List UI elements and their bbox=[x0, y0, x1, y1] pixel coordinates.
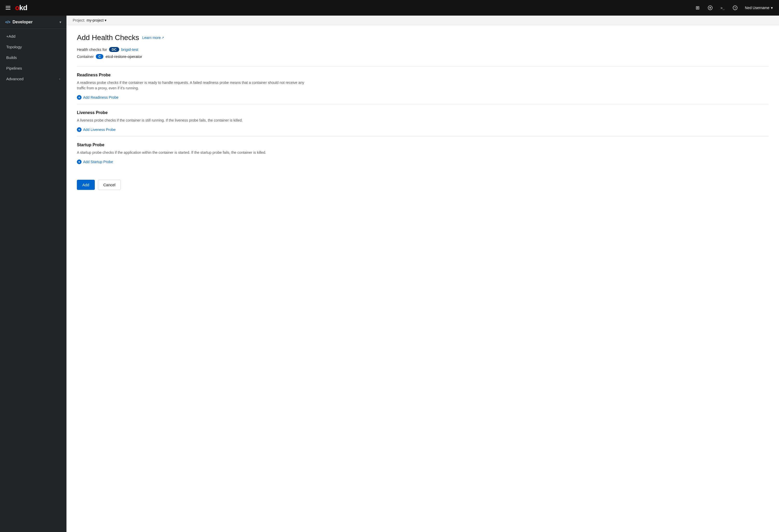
sidebar-item-pipelines[interactable]: Pipelines bbox=[0, 63, 66, 73]
add-startup-probe-link[interactable]: + Add Startup Probe bbox=[77, 160, 113, 164]
project-label: Project: bbox=[73, 18, 85, 22]
external-link-icon: ↗ bbox=[162, 36, 164, 40]
add-startup-probe-icon: + bbox=[77, 160, 81, 164]
container-label: Container bbox=[77, 54, 94, 59]
health-checks-label: Health checks for bbox=[77, 47, 107, 52]
startup-probe-description: A startup probe checks if the applicatio… bbox=[77, 150, 311, 155]
page-title: Add Health Checks Learn more ↗ bbox=[77, 34, 769, 42]
sidebar-item-builds[interactable]: Builds bbox=[0, 52, 66, 63]
project-name[interactable]: my-project ▾ bbox=[86, 18, 106, 22]
readiness-probe-title: Readiness Probe bbox=[77, 73, 769, 77]
add-icon[interactable] bbox=[706, 3, 715, 12]
sidebar-item-add[interactable]: +Add bbox=[0, 31, 66, 42]
username-label: Ned Username bbox=[745, 6, 769, 10]
add-liveness-probe-link[interactable]: + Add Liveness Probe bbox=[77, 127, 116, 132]
health-checks-meta: Health checks for DC brigid-test bbox=[77, 47, 769, 52]
project-bar: Project: my-project ▾ bbox=[66, 15, 779, 25]
container-name: etcd-restore-operator bbox=[106, 54, 142, 59]
top-navigation: okd ⊞ >_ ? Ned Username ▾ bbox=[0, 0, 779, 15]
container-badge: C bbox=[96, 54, 103, 59]
sidebar-role-label: Developer bbox=[12, 20, 33, 24]
startup-probe-title: Startup Probe bbox=[77, 142, 769, 147]
content-area: Project: my-project ▾ Add Health Checks … bbox=[66, 15, 779, 532]
add-readiness-probe-icon: + bbox=[77, 95, 81, 100]
sidebar-item-advanced[interactable]: Advanced › bbox=[0, 73, 66, 84]
liveness-probe-section: Liveness Probe A liveness probe checks i… bbox=[77, 104, 769, 134]
startup-probe-section: Startup Probe A startup probe checks if … bbox=[77, 136, 769, 166]
sidebar-nav: +Add Topology Builds Pipelines Advanced … bbox=[0, 29, 66, 86]
dc-link[interactable]: brigid-test bbox=[121, 47, 138, 52]
sidebar-item-topology-label: Topology bbox=[6, 45, 22, 49]
add-button[interactable]: Add bbox=[77, 180, 95, 190]
user-chevron-icon: ▾ bbox=[771, 6, 773, 10]
sidebar-item-add-label: +Add bbox=[6, 34, 15, 39]
hamburger-menu[interactable] bbox=[4, 4, 12, 11]
help-icon[interactable]: ? bbox=[730, 3, 740, 12]
cancel-button[interactable]: Cancel bbox=[98, 180, 121, 190]
container-row: Container C etcd-restore-operator bbox=[77, 54, 769, 59]
advanced-arrow-icon: › bbox=[59, 77, 60, 81]
dc-badge: DC bbox=[109, 47, 119, 52]
sidebar-item-pipelines-label: Pipelines bbox=[6, 66, 22, 70]
add-readiness-probe-link[interactable]: + Add Readiness Probe bbox=[77, 95, 118, 100]
add-liveness-probe-icon: + bbox=[77, 127, 81, 132]
sidebar: </> Developer ▾ +Add Topology Builds Pip… bbox=[0, 15, 66, 532]
grid-icon[interactable]: ⊞ bbox=[693, 3, 702, 12]
user-menu[interactable]: Ned Username ▾ bbox=[743, 5, 775, 11]
readiness-probe-description: A readiness probe checks if the containe… bbox=[77, 80, 311, 91]
terminal-icon[interactable]: >_ bbox=[718, 3, 727, 12]
okd-logo: okd bbox=[15, 4, 27, 12]
liveness-probe-description: A liveness probe checks if the container… bbox=[77, 118, 311, 123]
sidebar-chevron-icon[interactable]: ▾ bbox=[59, 20, 61, 24]
liveness-probe-title: Liveness Probe bbox=[77, 110, 769, 115]
sidebar-item-advanced-label: Advanced bbox=[6, 77, 23, 81]
sidebar-item-topology[interactable]: Topology bbox=[0, 42, 66, 52]
svg-text:?: ? bbox=[734, 6, 736, 10]
main-content: Add Health Checks Learn more ↗ Health ch… bbox=[66, 25, 779, 532]
action-buttons: Add Cancel bbox=[77, 176, 769, 190]
developer-icon: </> bbox=[5, 20, 10, 24]
readiness-probe-section: Readiness Probe A readiness probe checks… bbox=[77, 66, 769, 102]
sidebar-header: </> Developer ▾ bbox=[0, 15, 66, 29]
project-chevron-icon: ▾ bbox=[105, 18, 107, 22]
main-layout: </> Developer ▾ +Add Topology Builds Pip… bbox=[0, 15, 779, 532]
sidebar-item-builds-label: Builds bbox=[6, 55, 17, 60]
learn-more-link[interactable]: Learn more ↗ bbox=[142, 36, 164, 40]
